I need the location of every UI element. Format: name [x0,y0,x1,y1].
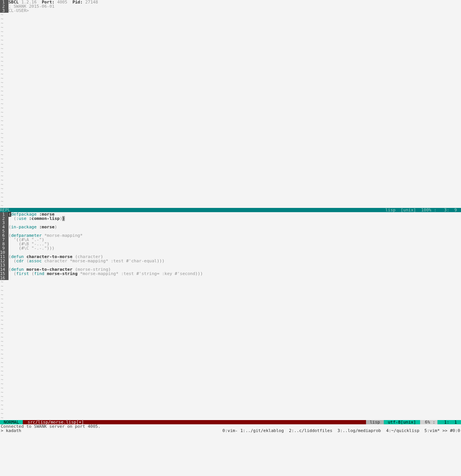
empty-line-tilde: ~ [0,30,461,34]
empty-line-tilde: ~ [0,344,461,348]
empty-line-tilde: ~ [0,42,461,47]
empty-line-tilde: ~ [0,365,461,369]
empty-line-tilde: ~ [0,132,461,136]
empty-line-tilde: ~ [0,369,461,373]
empty-line-tilde: ~ [0,280,461,284]
empty-line-tilde: ~ [0,306,461,310]
empty-line-tilde: ~ [0,149,461,153]
empty-line-tilde: ~ [0,310,461,314]
empty-line-tilde: ~ [0,403,461,407]
empty-line-tilde: ~ [0,106,461,110]
empty-line-tilde: ~ [0,318,461,322]
empty-line-tilde: ~ [0,322,461,327]
empty-line-tilde: ~ [0,331,461,335]
repl-pane[interactable]: 1 SBCL 1.2.16 Port: 4005 Pid: 271482 ; S… [0,0,461,208]
empty-line-tilde: ~ [0,21,461,25]
empty-line-tilde: ~ [0,361,461,365]
code-line[interactable]: 16 [0,276,461,280]
empty-line-tilde: ~ [0,297,461,301]
empty-line-tilde: ~ [0,416,461,420]
empty-line-tilde: ~ [0,407,461,412]
code-line[interactable]: 4 (in-package :morse) [0,225,461,229]
empty-line-tilde: ~ [0,327,461,331]
empty-line-tilde: ~ [0,110,461,115]
empty-line-tilde: ~ [0,25,461,30]
empty-line-tilde: ~ [0,335,461,339]
empty-line-tilde: ~ [0,178,461,182]
empty-line-tilde: ~ [0,81,461,85]
empty-line-tilde: ~ [0,136,461,140]
empty-line-tilde: ~ [0,98,461,102]
empty-line-tilde: ~ [0,191,461,195]
empty-line-tilde: ~ [0,140,461,144]
empty-line-tilde: ~ [0,356,461,361]
empty-line-tilde: ~ [0,59,461,64]
empty-line-tilde: ~ [0,38,461,42]
empty-line-tilde: ~ [0,165,461,170]
empty-line-tilde: ~ [0,395,461,399]
empty-line-tilde: ~ [0,382,461,386]
empty-line-tilde: ~ [0,386,461,390]
empty-line-tilde: ~ [0,34,461,38]
code-line[interactable]: 2 (:use :common-lisp)) [0,216,461,221]
empty-line-tilde: ~ [0,68,461,72]
code-line[interactable]: 15 (first (find morse-string *morse-mapp… [0,272,461,276]
code-line[interactable]: 1 (defpackage :morse [0,212,461,216]
empty-line-tilde: ~ [0,289,461,293]
tmux-session: > kadath [1,429,21,433]
repl-line: 3 CL-USER> [0,8,461,13]
empty-line-tilde: ~ [0,64,461,68]
empty-line-tilde: ~ [0,115,461,119]
empty-line-tilde: ~ [0,348,461,352]
empty-line-tilde: ~ [0,119,461,123]
empty-line-tilde: ~ [0,76,461,81]
repl-status-right: lisp [unix] 100% : 3: 9 [385,208,459,212]
empty-line-tilde: ~ [0,293,461,297]
empty-line-tilde: ~ [0,378,461,382]
tmux-status-bar[interactable]: > kadath 0:vim- 1:../git/eklablog 2:..c/… [0,429,461,433]
empty-line-tilde: ~ [0,412,461,416]
empty-line-tilde: ~ [0,72,461,76]
empty-line-tilde: ~ [0,170,461,174]
code-line[interactable]: 8 (#\B "-...") [0,242,461,246]
empty-line-tilde: ~ [0,284,461,289]
empty-line-tilde: ~ [0,17,461,21]
tmux-windows[interactable]: 0:vim- 1:../git/eklablog 2:..c/liddotfil… [222,429,460,433]
code-line[interactable]: 9 (#\C "-.-."))) [0,246,461,250]
empty-line-tilde: ~ [0,174,461,178]
percent-indicator: 6% : [420,420,437,424]
empty-line-tilde: ~ [0,182,461,187]
code-line[interactable]: 12 (cdr (assoc character *morse-mapping*… [0,259,461,263]
empty-line-tilde: ~ [0,390,461,395]
empty-line-tilde: ~ [0,161,461,165]
empty-line-tilde: ~ [0,51,461,55]
empty-line-tilde: ~ [0,85,461,89]
empty-line-tilde: ~ [0,123,461,127]
empty-line-tilde: ~ [0,55,461,59]
empty-line-tilde: ~ [0,187,461,191]
code-line[interactable]: 7 '((#\A ".-") [0,238,461,242]
empty-line-tilde: ~ [0,47,461,51]
position-indicator: 1: 1 [437,420,461,424]
empty-line-tilde: ~ [0,144,461,149]
empty-line-tilde: ~ [0,127,461,132]
empty-line-tilde: ~ [0,399,461,403]
filetype-indicator: lisp [366,420,384,424]
repl-line: 1 SBCL 1.2.16 Port: 4005 Pid: 27148 [0,0,461,4]
empty-line-tilde: ~ [0,314,461,318]
encoding-indicator: utf-8[unix] [384,420,420,424]
empty-line-tilde: ~ [0,153,461,157]
editor-pane[interactable]: 1 (defpackage :morse2 (:use :common-lisp… [0,212,461,420]
empty-line-tilde: ~ [0,339,461,344]
repl-status-bar: REPL lisp [unix] 100% : 3: 9 [0,208,461,212]
empty-line-tilde: ~ [0,89,461,93]
empty-line-tilde: ~ [0,195,461,199]
empty-line-tilde: ~ [0,199,461,204]
code-line[interactable]: 6 (defparameter *morse-mapping* [0,233,461,238]
empty-line-tilde: ~ [0,13,461,17]
empty-line-tilde: ~ [0,352,461,356]
empty-line-tilde: ~ [0,102,461,106]
empty-line-tilde: ~ [0,301,461,306]
code-line[interactable]: 3 [0,221,461,225]
empty-line-tilde: ~ [0,93,461,98]
